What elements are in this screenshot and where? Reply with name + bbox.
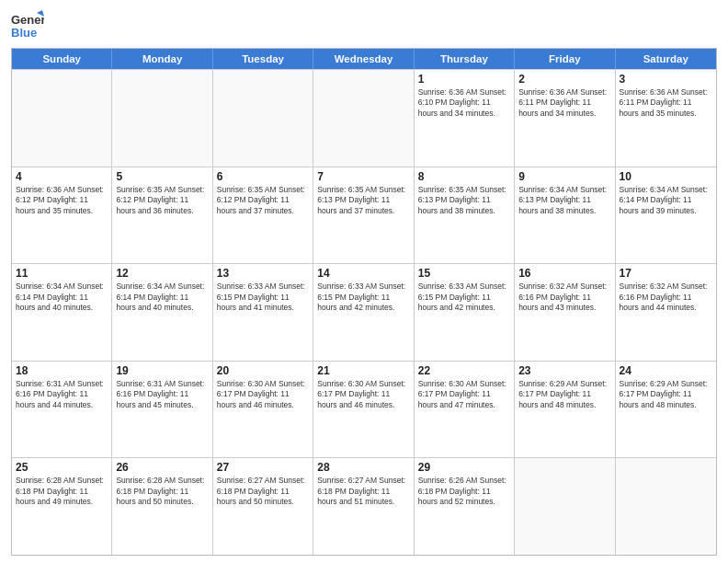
calendar-cell	[112, 70, 212, 167]
calendar-cell: 17Sunrise: 6:32 AM Sunset: 6:16 PM Dayli…	[616, 264, 716, 361]
calendar-cell: 7Sunrise: 6:35 AM Sunset: 6:13 PM Daylig…	[313, 167, 414, 264]
cell-info: Sunrise: 6:33 AM Sunset: 6:15 PM Dayligh…	[317, 282, 409, 313]
cell-day-number: 15	[418, 267, 510, 280]
cell-info: Sunrise: 6:34 AM Sunset: 6:14 PM Dayligh…	[620, 185, 712, 216]
calendar-cell: 9Sunrise: 6:34 AM Sunset: 6:13 PM Daylig…	[515, 167, 615, 264]
calendar-cell: 27Sunrise: 6:27 AM Sunset: 6:18 PM Dayli…	[213, 458, 313, 555]
calendar-cell	[313, 70, 414, 167]
cell-day-number: 13	[217, 267, 309, 280]
calendar-cell: 25Sunrise: 6:28 AM Sunset: 6:18 PM Dayli…	[12, 458, 112, 555]
cell-day-number: 25	[16, 461, 108, 474]
cell-info: Sunrise: 6:29 AM Sunset: 6:17 PM Dayligh…	[518, 379, 610, 410]
cell-info: Sunrise: 6:34 AM Sunset: 6:14 PM Dayligh…	[16, 282, 108, 313]
cell-info: Sunrise: 6:35 AM Sunset: 6:13 PM Dayligh…	[418, 185, 510, 216]
cell-day-number: 20	[217, 364, 309, 377]
calendar-cell: 6Sunrise: 6:35 AM Sunset: 6:12 PM Daylig…	[213, 167, 313, 264]
cell-day-number: 4	[16, 170, 108, 183]
calendar-cell: 2Sunrise: 6:36 AM Sunset: 6:11 PM Daylig…	[515, 70, 615, 167]
calendar-cell: 26Sunrise: 6:28 AM Sunset: 6:18 PM Dayli…	[112, 458, 212, 555]
cell-info: Sunrise: 6:36 AM Sunset: 6:10 PM Dayligh…	[418, 87, 510, 119]
calendar-cell	[515, 458, 615, 555]
calendar-cell	[12, 70, 112, 167]
cell-day-number: 22	[418, 364, 510, 377]
day-header-tuesday: Tuesday	[213, 49, 313, 69]
cell-info: Sunrise: 6:31 AM Sunset: 6:16 PM Dayligh…	[116, 379, 208, 410]
cell-info: Sunrise: 6:33 AM Sunset: 6:15 PM Dayligh…	[418, 282, 510, 313]
cell-day-number: 2	[518, 73, 610, 86]
cell-day-number: 3	[620, 73, 712, 86]
calendar-cell: 13Sunrise: 6:33 AM Sunset: 6:15 PM Dayli…	[213, 264, 313, 361]
cell-info: Sunrise: 6:34 AM Sunset: 6:13 PM Dayligh…	[518, 185, 610, 216]
day-header-thursday: Thursday	[415, 49, 515, 69]
cell-day-number: 27	[217, 461, 309, 474]
calendar-header: SundayMondayTuesdayWednesdayThursdayFrid…	[12, 49, 716, 69]
cell-day-number: 14	[317, 267, 409, 280]
calendar-body: 1Sunrise: 6:36 AM Sunset: 6:10 PM Daylig…	[12, 69, 716, 555]
calendar-cell	[213, 70, 313, 167]
cell-info: Sunrise: 6:26 AM Sunset: 6:18 PM Dayligh…	[418, 476, 510, 507]
calendar-week-0: 1Sunrise: 6:36 AM Sunset: 6:10 PM Daylig…	[12, 69, 716, 167]
cell-day-number: 8	[418, 170, 510, 183]
cell-info: Sunrise: 6:30 AM Sunset: 6:17 PM Dayligh…	[217, 379, 309, 410]
cell-day-number: 19	[116, 364, 208, 377]
day-header-sunday: Sunday	[12, 49, 112, 69]
calendar-cell: 21Sunrise: 6:30 AM Sunset: 6:17 PM Dayli…	[313, 362, 414, 458]
calendar-week-1: 4Sunrise: 6:36 AM Sunset: 6:12 PM Daylig…	[12, 167, 716, 264]
calendar-cell: 4Sunrise: 6:36 AM Sunset: 6:12 PM Daylig…	[12, 167, 112, 264]
cell-info: Sunrise: 6:33 AM Sunset: 6:15 PM Dayligh…	[217, 282, 309, 313]
cell-info: Sunrise: 6:29 AM Sunset: 6:17 PM Dayligh…	[620, 379, 712, 410]
logo-icon: General Blue	[11, 9, 44, 42]
cell-day-number: 10	[620, 170, 712, 183]
cell-info: Sunrise: 6:27 AM Sunset: 6:18 PM Dayligh…	[217, 476, 309, 507]
calendar-cell: 8Sunrise: 6:35 AM Sunset: 6:13 PM Daylig…	[415, 167, 515, 264]
cell-info: Sunrise: 6:35 AM Sunset: 6:12 PM Dayligh…	[217, 185, 309, 216]
cell-info: Sunrise: 6:32 AM Sunset: 6:16 PM Dayligh…	[518, 282, 610, 313]
cell-day-number: 1	[418, 73, 510, 86]
calendar-cell: 24Sunrise: 6:29 AM Sunset: 6:17 PM Dayli…	[616, 362, 716, 458]
cell-day-number: 7	[317, 170, 409, 183]
cell-info: Sunrise: 6:28 AM Sunset: 6:18 PM Dayligh…	[16, 476, 108, 507]
cell-info: Sunrise: 6:28 AM Sunset: 6:18 PM Dayligh…	[116, 476, 208, 507]
cell-day-number: 12	[116, 267, 208, 280]
calendar-cell	[616, 458, 716, 555]
cell-info: Sunrise: 6:27 AM Sunset: 6:18 PM Dayligh…	[317, 476, 409, 507]
cell-info: Sunrise: 6:36 AM Sunset: 6:11 PM Dayligh…	[620, 87, 712, 119]
cell-info: Sunrise: 6:34 AM Sunset: 6:14 PM Dayligh…	[116, 282, 208, 313]
cell-day-number: 24	[620, 364, 712, 377]
calendar-cell: 12Sunrise: 6:34 AM Sunset: 6:14 PM Dayli…	[112, 264, 212, 361]
calendar-cell: 29Sunrise: 6:26 AM Sunset: 6:18 PM Dayli…	[415, 458, 515, 555]
calendar-cell: 18Sunrise: 6:31 AM Sunset: 6:16 PM Dayli…	[12, 362, 112, 458]
cell-day-number: 18	[16, 364, 108, 377]
cell-info: Sunrise: 6:30 AM Sunset: 6:17 PM Dayligh…	[418, 379, 510, 410]
cell-info: Sunrise: 6:30 AM Sunset: 6:17 PM Dayligh…	[317, 379, 409, 410]
calendar-week-2: 11Sunrise: 6:34 AM Sunset: 6:14 PM Dayli…	[12, 263, 716, 361]
calendar-cell: 15Sunrise: 6:33 AM Sunset: 6:15 PM Dayli…	[415, 264, 515, 361]
cell-day-number: 16	[518, 267, 610, 280]
calendar: SundayMondayTuesdayWednesdayThursdayFrid…	[11, 48, 717, 556]
calendar-cell: 19Sunrise: 6:31 AM Sunset: 6:16 PM Dayli…	[112, 362, 212, 458]
calendar-cell: 11Sunrise: 6:34 AM Sunset: 6:14 PM Dayli…	[12, 264, 112, 361]
cell-day-number: 28	[317, 461, 409, 474]
cell-day-number: 29	[418, 461, 510, 474]
cell-info: Sunrise: 6:35 AM Sunset: 6:13 PM Dayligh…	[317, 185, 409, 216]
calendar-cell: 5Sunrise: 6:35 AM Sunset: 6:12 PM Daylig…	[112, 167, 212, 264]
cell-day-number: 23	[518, 364, 610, 377]
cell-day-number: 9	[518, 170, 610, 183]
day-header-saturday: Saturday	[616, 49, 716, 69]
cell-info: Sunrise: 6:36 AM Sunset: 6:11 PM Dayligh…	[518, 87, 610, 119]
calendar-cell: 10Sunrise: 6:34 AM Sunset: 6:14 PM Dayli…	[616, 167, 716, 264]
cell-day-number: 6	[217, 170, 309, 183]
calendar-cell: 1Sunrise: 6:36 AM Sunset: 6:10 PM Daylig…	[415, 70, 515, 167]
day-header-friday: Friday	[515, 49, 615, 69]
cell-day-number: 21	[317, 364, 409, 377]
cell-info: Sunrise: 6:31 AM Sunset: 6:16 PM Dayligh…	[16, 379, 108, 410]
calendar-cell: 14Sunrise: 6:33 AM Sunset: 6:15 PM Dayli…	[313, 264, 414, 361]
calendar-cell: 16Sunrise: 6:32 AM Sunset: 6:16 PM Dayli…	[515, 264, 615, 361]
cell-day-number: 26	[116, 461, 208, 474]
cell-info: Sunrise: 6:36 AM Sunset: 6:12 PM Dayligh…	[16, 185, 108, 216]
day-header-monday: Monday	[112, 49, 212, 69]
calendar-cell: 22Sunrise: 6:30 AM Sunset: 6:17 PM Dayli…	[415, 362, 515, 458]
calendar-week-4: 25Sunrise: 6:28 AM Sunset: 6:18 PM Dayli…	[12, 457, 716, 555]
calendar-cell: 20Sunrise: 6:30 AM Sunset: 6:17 PM Dayli…	[213, 362, 313, 458]
day-header-wednesday: Wednesday	[313, 49, 414, 69]
